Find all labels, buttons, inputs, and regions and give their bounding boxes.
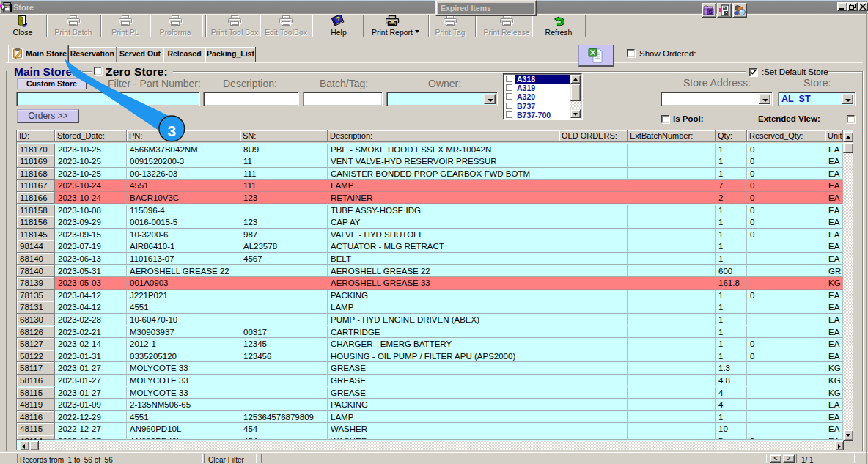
svg-text:S: S: [708, 9, 713, 15]
svg-text:3: 3: [167, 122, 176, 139]
